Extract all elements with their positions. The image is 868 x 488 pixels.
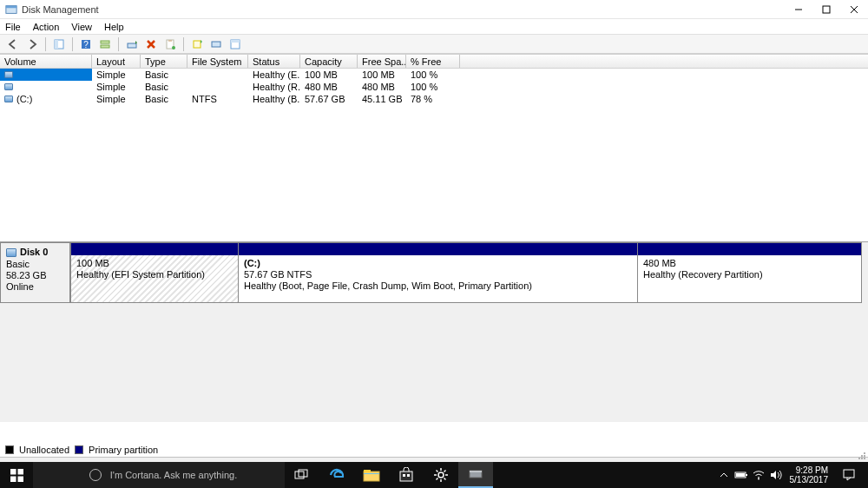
svg-line-46 [444, 471, 446, 472]
svg-rect-27 [10, 469, 16, 475]
taskbar: I'm Cortana. Ask me anything. 9:28 PM 5/… [0, 462, 868, 488]
swatch-primary [75, 445, 83, 454]
svg-rect-31 [295, 472, 304, 478]
svg-rect-20 [231, 40, 240, 43]
svg-line-45 [444, 478, 446, 480]
volume-icon [4, 71, 13, 78]
volume-row[interactable]: SimpleBasicHealthy (E...100 MB100 MB100 … [0, 69, 868, 81]
volume-icon [4, 83, 13, 90]
disk-state: Online [6, 281, 64, 293]
disk-name: Disk 0 [20, 247, 48, 258]
legend-primary: Primary partition [89, 445, 158, 455]
svg-point-25 [861, 455, 863, 457]
svg-rect-51 [746, 474, 747, 476]
properties-icon[interactable] [162, 36, 178, 52]
resize-grip-icon[interactable] [856, 450, 866, 460]
col-type[interactable]: Type [141, 55, 187, 68]
disk-icon [6, 248, 16, 257]
svg-point-16 [172, 46, 175, 49]
start-button[interactable] [0, 462, 33, 488]
svg-line-47 [437, 478, 438, 480]
volume-list-pane: Volume Layout Type File System Status Ca… [0, 54, 868, 242]
show-hide-tree-icon[interactable] [51, 36, 67, 52]
swatch-unallocated [5, 445, 14, 454]
taskbar-app-settings[interactable] [424, 462, 458, 488]
disk-size: 58.23 GB [6, 270, 64, 281]
tray-date: 5/13/2017 [790, 475, 829, 485]
task-view-button[interactable] [285, 462, 319, 488]
more-actions-icon[interactable] [227, 36, 243, 52]
minimize-button[interactable] [785, 0, 812, 19]
tray-clock[interactable]: 9:28 PM 5/13/2017 [785, 465, 834, 485]
col-capacity[interactable]: Capacity [300, 55, 358, 68]
svg-rect-3 [823, 6, 830, 13]
attach-vhd-icon[interactable] [124, 36, 140, 52]
refresh-icon[interactable] [189, 36, 205, 52]
svg-rect-49 [470, 471, 482, 472]
back-button[interactable] [5, 36, 21, 52]
menu-action[interactable]: Action [33, 22, 60, 32]
taskbar-app-edge[interactable] [319, 462, 354, 488]
volume-row[interactable]: (C:)SimpleBasicNTFSHealthy (B...57.67 GB… [0, 93, 868, 105]
col-filesystem[interactable]: File System [187, 55, 248, 68]
svg-line-44 [437, 471, 438, 472]
col-status[interactable]: Status [248, 55, 300, 68]
cortana-search[interactable]: I'm Cortana. Ask me anything. [33, 462, 285, 488]
system-tray: 9:28 PM 5/13/2017 [715, 462, 869, 488]
help-icon[interactable]: ? [78, 36, 94, 52]
action-center-button[interactable] [833, 468, 865, 482]
tray-battery-icon[interactable] [733, 462, 750, 488]
tray-wifi-icon[interactable] [750, 462, 767, 488]
menu-help[interactable]: Help [104, 22, 124, 32]
volume-list-header: Volume Layout Type File System Status Ca… [0, 54, 868, 69]
svg-rect-12 [128, 43, 136, 48]
svg-rect-29 [10, 476, 16, 482]
toolbar: ? [0, 35, 868, 54]
svg-rect-36 [400, 472, 412, 481]
menu-view[interactable]: View [71, 22, 92, 32]
forward-button[interactable] [24, 36, 40, 52]
legend-unallocated: Unallocated [19, 445, 69, 455]
svg-rect-37 [403, 474, 405, 477]
taskbar-app-diskmgmt[interactable] [458, 462, 493, 488]
col-layout[interactable]: Layout [92, 55, 141, 68]
toolbar-separator [72, 37, 73, 51]
svg-rect-1 [6, 5, 16, 8]
svg-point-21 [864, 458, 865, 459]
disk-info-box[interactable]: Disk 0 Basic 58.23 GB Online [0, 242, 71, 303]
col-volume[interactable]: Volume [0, 55, 92, 68]
svg-point-26 [864, 452, 865, 454]
taskbar-app-explorer[interactable] [354, 462, 389, 488]
menubar: File Action View Help [0, 19, 868, 35]
volume-icon [4, 96, 13, 102]
svg-rect-35 [364, 473, 379, 474]
taskbar-app-store[interactable] [389, 462, 424, 488]
svg-point-53 [758, 478, 760, 480]
partition-box[interactable]: 480 MBHealthy (Recovery Partition) [638, 242, 862, 303]
delete-icon[interactable] [143, 36, 159, 52]
tray-volume-icon[interactable] [767, 462, 785, 488]
close-button[interactable] [840, 0, 868, 19]
disk-type: Basic [6, 259, 64, 270]
menu-file[interactable]: File [5, 22, 21, 32]
tray-time: 9:28 PM [790, 465, 829, 475]
col-freespace[interactable]: Free Spa... [358, 55, 406, 68]
svg-rect-30 [17, 476, 23, 482]
svg-rect-54 [844, 470, 854, 478]
svg-rect-11 [101, 45, 109, 48]
rescan-icon[interactable] [208, 36, 224, 52]
toolbar-separator [118, 37, 119, 51]
partition-box[interactable]: (C:)57.67 GB NTFSHealthy (Boot, Page Fil… [239, 242, 638, 303]
svg-point-24 [858, 458, 860, 459]
svg-point-23 [864, 455, 865, 457]
toolbar-separator [45, 37, 46, 51]
volume-row[interactable]: SimpleBasicHealthy (R...480 MB480 MB100 … [0, 81, 868, 93]
partition-box[interactable]: 100 MBHealthy (EFI System Partition) [71, 242, 239, 303]
tray-chevron-icon[interactable] [715, 462, 733, 488]
disk-list-icon[interactable] [97, 36, 113, 52]
svg-rect-32 [299, 470, 307, 477]
maximize-button[interactable] [812, 0, 840, 19]
col-pctfree[interactable]: % Free [406, 55, 460, 68]
svg-rect-34 [364, 470, 371, 472]
svg-text:?: ? [83, 40, 89, 49]
